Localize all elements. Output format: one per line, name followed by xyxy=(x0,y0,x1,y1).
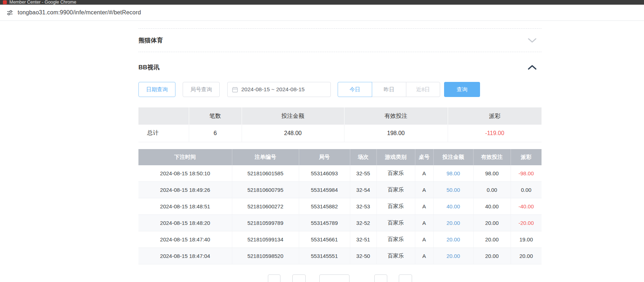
column-header: 投注金额 xyxy=(433,149,473,165)
column-header: 注单编号 xyxy=(232,149,299,165)
quick-date-button-group: 今日 昨日 近8日 xyxy=(338,82,440,97)
bet-table-header-row: 下注时间注单编号局号场次游戏类别桌号投注金额有效投注派彩 xyxy=(138,149,542,165)
cell-order-id: 521810600272 xyxy=(232,198,299,215)
cell-payout: 0.00 xyxy=(511,182,542,198)
window-favicon-icon xyxy=(3,0,7,4)
pagination xyxy=(138,274,542,282)
bet-record-page: 熊猫体育 BB视讯 日期查询 局号查询 xyxy=(138,28,542,282)
cell-game-type: 百家乐 xyxy=(376,182,415,198)
cell-bet-time: 2024-08-15 18:49:26 xyxy=(138,182,232,198)
summary-table: 笔数 投注金额 有效投注 派彩 总计 6 248.00 198.00 -119.… xyxy=(138,107,542,142)
pagination-button[interactable] xyxy=(268,274,280,282)
window-title: Member Center - Google Chrome xyxy=(9,0,76,5)
chevron-up-icon[interactable] xyxy=(528,65,536,70)
total-label: 总计 xyxy=(138,125,189,142)
cell-bet-amount-link[interactable]: 20.00 xyxy=(433,231,473,248)
total-payout: -119.00 xyxy=(448,125,542,142)
cell-order-id: 521810599789 xyxy=(232,215,299,231)
cell-round-id: 553145882 xyxy=(299,198,350,215)
column-header: 场次 xyxy=(350,149,376,165)
url-bar[interactable]: tongbao31.com:9900/infe/mcenter/#/betRec… xyxy=(0,5,644,21)
cell-valid-bet: 20.00 xyxy=(473,215,511,231)
column-header-valid-bet: 有效投注 xyxy=(344,107,448,125)
cell-bet-amount-link[interactable]: 40.00 xyxy=(433,198,473,215)
cell-table-id: A xyxy=(415,198,433,215)
date-range-value: 2024-08-15 ~ 2024-08-15 xyxy=(241,86,305,93)
cell-order-id: 521810599134 xyxy=(232,231,299,248)
cell-game-type: 百家乐 xyxy=(376,248,415,264)
table-row: 2024-08-15 18:50:10 521810601585 5531460… xyxy=(138,165,542,182)
pagination-button[interactable] xyxy=(399,274,412,282)
cell-round-id: 553145984 xyxy=(299,182,350,198)
cell-bet-amount-link[interactable]: 20.00 xyxy=(433,248,473,264)
column-header-blank xyxy=(138,107,189,125)
section-bb-video[interactable]: BB视讯 xyxy=(138,59,542,76)
cell-payout: -98.00 xyxy=(511,165,542,182)
summary-header-row: 笔数 投注金额 有效投注 派彩 xyxy=(138,107,542,125)
date-range-input[interactable]: 2024-08-15 ~ 2024-08-15 xyxy=(227,82,331,97)
filter-toolbar: 日期查询 局号查询 2024-08-15 ~ 2024-08-15 今日 昨日 … xyxy=(138,82,542,97)
table-row: 2024-08-15 18:48:51 521810600272 5531458… xyxy=(138,198,542,215)
table-row: 2024-08-15 18:49:26 521810600795 5531459… xyxy=(138,182,542,198)
cell-table-id: A xyxy=(415,182,433,198)
column-header: 游戏类别 xyxy=(376,149,415,165)
cell-payout: -40.00 xyxy=(511,198,542,215)
section-panda-sports[interactable]: 熊猫体育 xyxy=(138,28,542,52)
cell-bet-time: 2024-08-15 18:48:20 xyxy=(138,215,232,231)
column-header: 有效投注 xyxy=(473,149,511,165)
cell-round-id: 553146093 xyxy=(299,165,350,182)
url-text[interactable]: tongbao31.com:9900/infe/mcenter/#/betRec… xyxy=(18,9,141,16)
pagination-button[interactable] xyxy=(374,274,387,282)
cell-order-id: 521810600795 xyxy=(232,182,299,198)
cell-valid-bet: 0.00 xyxy=(473,182,511,198)
calendar-icon xyxy=(232,87,238,93)
cell-valid-bet: 98.00 xyxy=(473,165,511,182)
column-header-count: 笔数 xyxy=(189,107,242,125)
cell-game-type: 百家乐 xyxy=(376,198,415,215)
cell-session: 32-51 xyxy=(350,231,376,248)
round-query-button[interactable]: 局号查询 xyxy=(183,82,220,97)
total-bet-amount: 248.00 xyxy=(242,125,344,142)
table-row: 2024-08-15 18:47:40 521810599134 5531456… xyxy=(138,231,542,248)
bet-table-body: 2024-08-15 18:50:10 521810601585 5531460… xyxy=(138,165,542,264)
column-header: 局号 xyxy=(299,149,350,165)
cell-round-id: 553145551 xyxy=(299,248,350,264)
pagination-button[interactable] xyxy=(319,274,350,282)
pagination-button[interactable] xyxy=(292,274,306,282)
section-title: 熊猫体育 xyxy=(138,36,163,45)
cell-table-id: A xyxy=(415,165,433,182)
date-query-button[interactable]: 日期查询 xyxy=(138,82,175,97)
cell-payout: -20.00 xyxy=(511,215,542,231)
column-header-bet-amount: 投注金额 xyxy=(242,107,344,125)
cell-game-type: 百家乐 xyxy=(376,231,415,248)
column-header: 派彩 xyxy=(511,149,542,165)
bet-table: 下注时间注单编号局号场次游戏类别桌号投注金额有效投注派彩 2024-08-15 … xyxy=(138,149,542,265)
cell-table-id: A xyxy=(415,231,433,248)
column-header: 桌号 xyxy=(415,149,433,165)
cell-bet-time: 2024-08-15 18:48:51 xyxy=(138,198,232,215)
cell-valid-bet: 20.00 xyxy=(473,248,511,264)
last-8-days-button[interactable]: 近8日 xyxy=(406,82,440,97)
cell-table-id: A xyxy=(415,215,433,231)
cell-bet-amount-link[interactable]: 20.00 xyxy=(433,215,473,231)
total-count: 6 xyxy=(189,125,242,142)
cell-valid-bet: 20.00 xyxy=(473,231,511,248)
cell-bet-amount-link[interactable]: 50.00 xyxy=(433,182,473,198)
cell-order-id: 521810601585 xyxy=(232,165,299,182)
search-button[interactable]: 查询 xyxy=(444,82,480,97)
summary-total-row: 总计 6 248.00 198.00 -119.00 xyxy=(138,125,542,142)
cell-round-id: 553145661 xyxy=(299,231,350,248)
yesterday-button[interactable]: 昨日 xyxy=(372,82,406,97)
today-button[interactable]: 今日 xyxy=(338,82,372,97)
cell-bet-time: 2024-08-15 18:47:40 xyxy=(138,231,232,248)
cell-session: 32-52 xyxy=(350,215,376,231)
cell-bet-amount-link[interactable]: 98.00 xyxy=(433,165,473,182)
site-settings-icon[interactable] xyxy=(6,9,13,16)
cell-bet-time: 2024-08-15 18:50:10 xyxy=(138,165,232,182)
cell-valid-bet: 40.00 xyxy=(473,198,511,215)
cell-order-id: 521810598520 xyxy=(232,248,299,264)
cell-table-id: A xyxy=(415,248,433,264)
cell-payout: 20.00 xyxy=(511,248,542,264)
cell-round-id: 553145789 xyxy=(299,215,350,231)
chevron-down-icon[interactable] xyxy=(528,38,536,43)
